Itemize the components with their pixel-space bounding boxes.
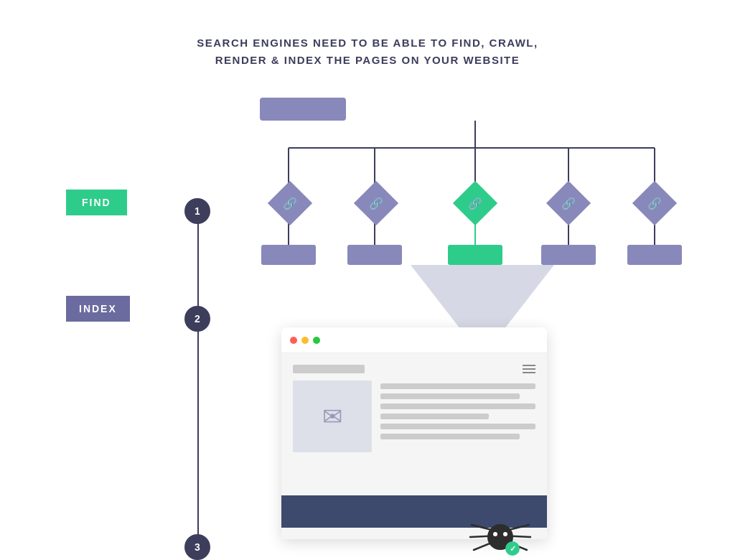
funnel-shape <box>411 265 554 332</box>
step-number-2: 2 <box>184 306 210 332</box>
headline-line2: RENDER & INDEX THE PAGES ON YOUR WEBSITE <box>197 52 538 69</box>
step-number-1: 1 <box>184 198 210 224</box>
browser-image-placeholder: ✉ <box>293 381 372 452</box>
headline-text: SEARCH ENGINES NEED TO BE ABLE TO FIND, … <box>197 34 538 69</box>
index-label: INDEX <box>66 296 130 322</box>
hamburger-icon <box>523 365 535 373</box>
page-bar-3-active <box>448 245 502 265</box>
main-container: SEARCH ENGINES NEED TO BE ABLE TO FIND, … <box>0 0 735 560</box>
find-label: FIND <box>66 190 127 215</box>
browser-dot-green <box>313 337 320 344</box>
browser-body: ✉ <box>281 353 547 539</box>
spider-svg: ✓ <box>468 514 533 560</box>
text-line-5 <box>380 424 535 429</box>
page-bar-1 <box>261 245 316 265</box>
headline-line1: SEARCH ENGINES NEED TO BE ABLE TO FIND, … <box>197 34 538 52</box>
text-line-4 <box>380 414 489 419</box>
text-line-2 <box>380 393 520 399</box>
browser-text-lines <box>380 381 535 500</box>
browser-dot-red <box>290 337 297 344</box>
spider-container: ✓ <box>468 514 533 560</box>
browser-titlebar <box>281 327 547 353</box>
svg-marker-12 <box>411 265 554 330</box>
browser-dot-yellow <box>301 337 309 344</box>
text-line-1 <box>380 383 535 389</box>
page-bar-2 <box>347 245 402 265</box>
crawl-label: CRAWL <box>66 526 136 560</box>
svg-text:✓: ✓ <box>510 544 516 553</box>
envelope-icon: ✉ <box>322 402 342 431</box>
browser-header-bar <box>293 365 535 373</box>
text-line-6 <box>380 434 520 439</box>
browser-url-bar <box>293 365 365 373</box>
page-bar-5 <box>627 245 682 265</box>
svg-point-20 <box>493 532 497 536</box>
text-line-3 <box>380 403 535 409</box>
svg-point-21 <box>503 532 507 536</box>
vertical-connector-line <box>197 211 199 556</box>
step-number-3: 3 <box>184 534 210 560</box>
browser-window: ✉ <box>281 327 547 539</box>
browser-content-area: ✉ <box>293 381 535 500</box>
diagram-area: 1 2 3 FIND INDEX CRAWL <box>45 83 690 543</box>
page-bar-4 <box>541 245 596 265</box>
